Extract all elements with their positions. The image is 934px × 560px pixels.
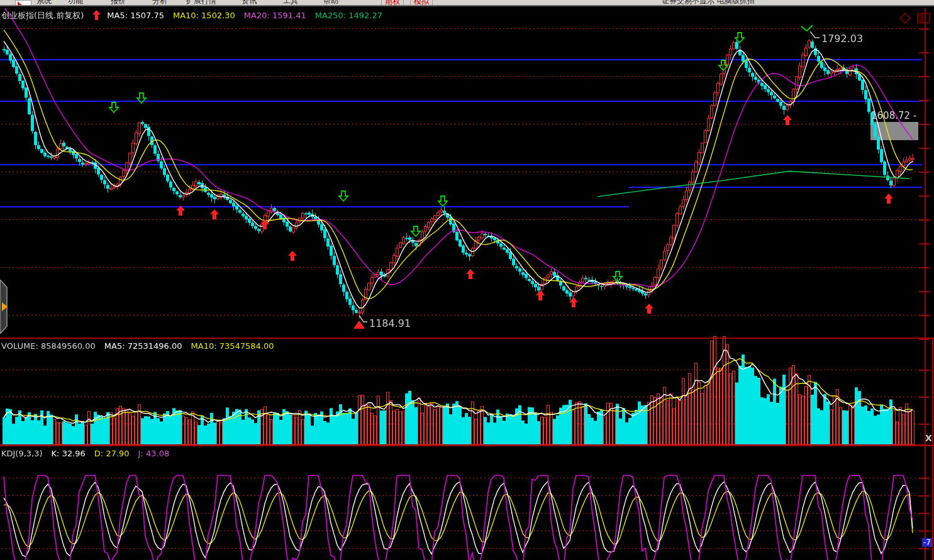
close-pane-button[interactable]: X [925, 433, 932, 443]
ma20-value: MA20: 1591.41 [244, 11, 306, 20]
menu-hot-item-1[interactable]: 模拟 [410, 0, 433, 6]
kdj-d-value: D: 27.90 [94, 449, 130, 458]
kdj-pane-header: KDJ(9,3,3)K: 32.96D: 27.90J: 43.08 [1, 449, 178, 458]
menu-item-3[interactable]: 分析 [152, 0, 167, 6]
trading-app-window: 证券交易不显示 电脑版抓拍 系统功能报价分析扩展行情资讯工具帮助期权模拟 创业板… [0, 0, 934, 560]
app-logo-icon[interactable] [15, 0, 31, 6]
kdj-j-value: J: 43.08 [138, 449, 170, 458]
volume-pane-header: VOLUME: 85849560.00MA5: 72531496.00MA10:… [1, 341, 283, 351]
menu-hot-item-0[interactable]: 期权 [381, 0, 404, 6]
ma5-value: MA5: 1507.75 [107, 11, 164, 20]
menu-item-4[interactable]: 扩展行情 [186, 0, 216, 6]
menu-item-0[interactable]: 系统 [36, 0, 52, 6]
ma250-value: MA250: 1492.27 [315, 11, 382, 20]
left-panel-toggle[interactable] [0, 280, 11, 334]
volume-ma5-value: MA5: 72531496.00 [104, 341, 182, 351]
price-note-label: 1608.72 - [871, 110, 916, 121]
low-price-label: 1184.91 [369, 317, 411, 329]
diamond-icon[interactable] [899, 13, 912, 24]
high-price-label: 1792.03 [821, 33, 863, 45]
main-pane-header: 创业板指(日线.前复权)MA5: 1507.75MA10: 1502.30MA2… [1, 10, 391, 21]
menu-item-5[interactable]: 资讯 [242, 0, 257, 6]
security-title: 创业板指(日线.前复权) [1, 11, 84, 20]
up-arrow-icon [92, 10, 101, 20]
menu-bar: 证券交易不显示 电脑版抓拍 系统功能报价分析扩展行情资讯工具帮助期权模拟 [0, 0, 934, 6]
split-window-icon[interactable] [917, 13, 931, 24]
volume-value: VOLUME: 85849560.00 [1, 341, 96, 351]
pane-corner-icons [899, 13, 931, 26]
menu-item-1[interactable]: 功能 [68, 0, 83, 6]
menu-item-7[interactable]: 帮助 [323, 0, 338, 6]
chart-canvas[interactable] [0, 0, 934, 560]
kdj-name: KDJ(9,3,3) [1, 449, 43, 458]
menu-item-6[interactable]: 工具 [283, 0, 298, 6]
kdj-k-value: K: 32.96 [52, 449, 86, 458]
menu-item-2[interactable]: 报价 [111, 0, 126, 6]
menu-right-text: 证券交易不显示 电脑版抓拍 [662, 0, 755, 6]
volume-ma10-value: MA10: 73547584.00 [191, 341, 274, 351]
count-badge: -7 [922, 538, 932, 547]
ma10-value: MA10: 1502.30 [173, 11, 235, 20]
